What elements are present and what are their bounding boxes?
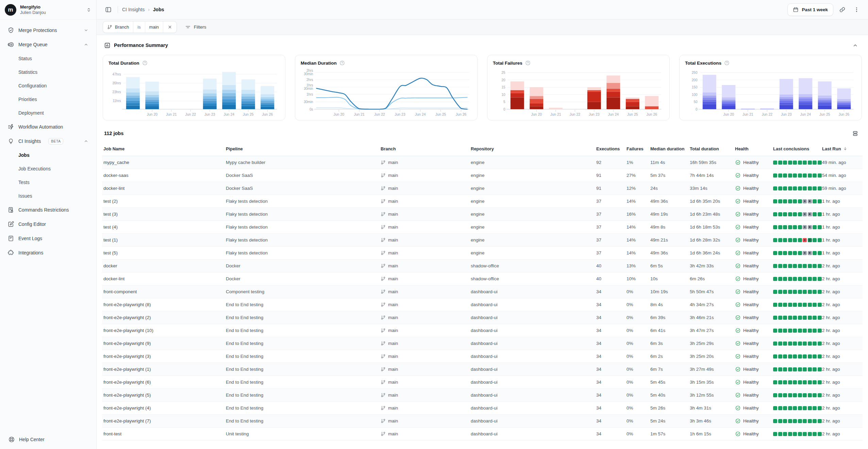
help-icon[interactable] [724, 60, 730, 66]
sidebar-item-tests[interactable]: Tests [4, 176, 92, 189]
table-row[interactable]: test (4)Flaky tests detectionmainengine3… [102, 221, 863, 234]
column-header-repository[interactable]: Repository [471, 146, 596, 151]
sidebar-item-jobs[interactable]: Jobs [4, 148, 92, 162]
table-row[interactable]: front-e2e-playwright (7)End to End testi… [102, 415, 863, 428]
sidebar-item-commands-restrictions[interactable]: Commands Restrictions [4, 203, 92, 217]
branch-icon [381, 289, 386, 294]
table-row[interactable]: mypy_cacheMypy cache buildermainengine92… [102, 156, 863, 169]
column-header-median-duration[interactable]: Median duration [650, 146, 690, 151]
time-period-button[interactable]: Past 1 week [787, 3, 833, 16]
breadcrumb-section[interactable]: CI Insights [122, 7, 145, 12]
sidebar-item-event-logs[interactable]: Event Logs [4, 231, 92, 246]
table-row[interactable]: test (5)Flaky tests detectionmainengine3… [102, 247, 863, 260]
svg-text:250: 250 [692, 71, 698, 74]
conclusion-square [798, 238, 802, 242]
help-icon[interactable] [525, 60, 531, 66]
job-name: front-component [103, 289, 226, 294]
table-row[interactable]: front-e2e-playwright (4)End to End testi… [102, 402, 863, 415]
svg-text:Jun 24: Jun 24 [800, 112, 811, 116]
filter-operator[interactable]: is [133, 21, 145, 33]
sidebar-item-job-executions[interactable]: Job Executions [4, 162, 92, 176]
job-executions: 92 [596, 160, 627, 165]
sidebar-item-issues[interactable]: Issues [4, 189, 92, 203]
table-row[interactable]: front-testUnit testingmaindashboard-ui34… [102, 428, 863, 440]
svg-text:Jun 21: Jun 21 [354, 112, 365, 116]
table-row[interactable]: dockerDockermainshadow-office4013%6m 5s3… [102, 260, 863, 272]
column-header-branch[interactable]: Branch [381, 146, 471, 151]
filter-value[interactable]: main [145, 21, 163, 33]
conclusion-square [773, 251, 777, 255]
svg-text:Jun 22: Jun 22 [762, 112, 773, 116]
conclusion-square [788, 393, 792, 397]
remove-filter-button[interactable] [163, 21, 177, 33]
layout-toggle-button[interactable] [850, 128, 861, 139]
table-row[interactable]: front-e2e-playwright (3)End to End testi… [102, 350, 863, 363]
table-row[interactable]: front-e2e-playwright (6)End to End testi… [102, 376, 863, 389]
table-row[interactable]: test (1)Flaky tests detectionmainengine3… [102, 234, 863, 247]
collapse-summary-button[interactable] [850, 40, 861, 51]
table-row[interactable]: test (3)Flaky tests detectionmainengine3… [102, 208, 863, 221]
table-row[interactable]: front-e2e-playwright (10)End to End test… [102, 324, 863, 337]
branch-icon [381, 199, 386, 204]
column-header-executions[interactable]: Executions [596, 146, 627, 151]
table-row[interactable]: docker-lintDockermainshadow-office4010%1… [102, 272, 863, 285]
copy-link-button[interactable] [837, 4, 848, 15]
health-badge: Healthy [743, 237, 759, 243]
table-row[interactable]: front-e2e-playwright (5)End to End testi… [102, 389, 863, 402]
sidebar-item-workflow-automation[interactable]: Workflow Automation [4, 120, 92, 134]
job-name: test (1) [103, 237, 226, 243]
conclusion-square [818, 186, 822, 190]
job-health: Healthy [735, 353, 773, 359]
column-header-pipeline[interactable]: Pipeline [226, 146, 381, 151]
help-icon[interactable] [339, 60, 345, 66]
table-row[interactable]: front-e2e-playwright (9)End to End testi… [102, 337, 863, 350]
job-total-duration: 7h 44m 14s [690, 173, 735, 178]
conclusion-square [783, 199, 787, 203]
sidebar-item-config-editor[interactable]: Config Editor [4, 217, 92, 231]
conclusion-square [783, 316, 787, 320]
health-badge: Healthy [743, 405, 759, 411]
sidebar-item-integrations[interactable]: Integrations [4, 246, 92, 260]
job-last-run: 2 hr. ago [822, 418, 861, 423]
table-row[interactable]: docker-lintDocker SaaSmainengine9112%24s… [102, 182, 863, 195]
filters-button[interactable]: Filters [185, 24, 206, 30]
sidebar-item-priorities[interactable]: Priorities [4, 93, 92, 106]
sidebar-item-configuration[interactable]: Configuration [4, 79, 92, 93]
branch-icon [381, 367, 386, 372]
column-header-health[interactable]: Health [735, 146, 773, 151]
sidebar-item-statistics[interactable]: Statistics [4, 65, 92, 79]
job-executions: 34 [596, 302, 627, 307]
help-icon[interactable] [142, 60, 148, 66]
org-switcher[interactable]: m Mergifyio Julien Danjou [0, 0, 96, 20]
conclusion-square [788, 173, 792, 178]
help-center-link[interactable]: Help Center [0, 431, 96, 449]
more-options-button[interactable] [851, 4, 862, 15]
table-row[interactable]: test (2)Flaky tests detectionmainengine3… [102, 195, 863, 208]
job-executions: 40 [596, 263, 627, 268]
sidebar-collapse-button[interactable] [103, 4, 114, 15]
svg-text:Jun 22: Jun 22 [570, 112, 581, 116]
job-last-run: 2 hr. ago [822, 341, 861, 346]
sidebar-item-deployment[interactable]: Deployment [4, 106, 92, 120]
column-header-last-conclusions[interactable]: Last conclusions [773, 146, 822, 151]
sidebar-item-merge-protections[interactable]: Merge Protections [4, 23, 92, 37]
column-header-total-duration[interactable]: Total duration [690, 146, 735, 151]
conclusion-square [813, 212, 817, 216]
table-row[interactable]: front-e2e-playwright (1)End to End testi… [102, 363, 863, 376]
table-row[interactable]: front-e2e-playwright (8)End to End testi… [102, 298, 863, 311]
sidebar-item-ci-insights[interactable]: CI InsightsBETA [4, 134, 92, 148]
table-row[interactable]: front-componentComponent testingmaindash… [102, 285, 863, 298]
health-badge: Healthy [743, 328, 759, 333]
column-header-last-run[interactable]: Last Run [822, 146, 861, 151]
job-repository: engine [471, 224, 596, 230]
chart-title: Total Duration [108, 61, 139, 66]
table-row[interactable]: docker-saasDocker SaaSmainengine9127%5m … [102, 169, 863, 182]
conclusion-square [808, 161, 812, 165]
sidebar-item-status[interactable]: Status [4, 52, 92, 65]
conclusion-square [803, 173, 807, 178]
last-conclusions [773, 161, 822, 165]
column-header-failures[interactable]: Failures [627, 146, 650, 151]
sidebar-item-merge-queue[interactable]: Merge Queue [4, 37, 92, 52]
column-header-job-name[interactable]: Job Name [103, 146, 226, 151]
table-row[interactable]: front-e2e-playwright (2)End to End testi… [102, 311, 863, 324]
